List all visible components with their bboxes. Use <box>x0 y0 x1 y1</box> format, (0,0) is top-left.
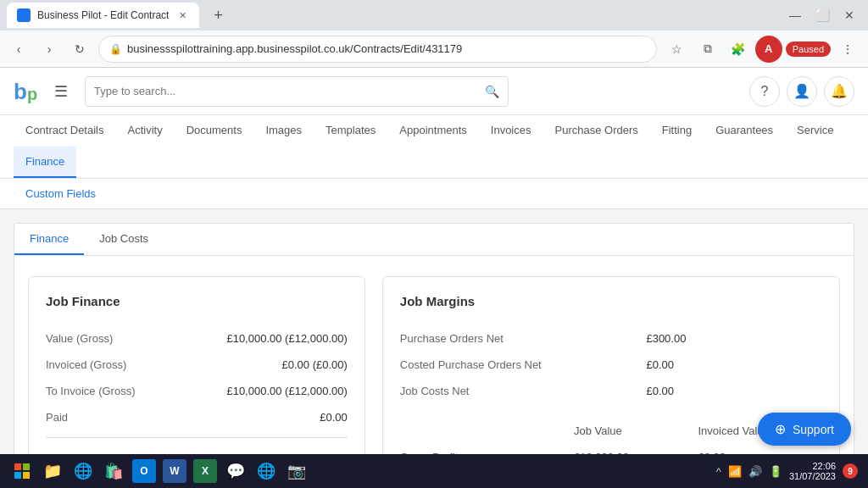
maximize-button[interactable]: ⬜ <box>810 3 834 27</box>
tab-images[interactable]: Images <box>253 115 314 147</box>
extension-button[interactable]: 🧩 <box>725 36 752 63</box>
job-finance-title: Job Finance <box>46 294 348 308</box>
logo-b-text: b <box>14 80 27 103</box>
browser-tab[interactable]: Business Pilot - Edit Contract ✕ <box>7 3 199 28</box>
taskbar-edge-icon[interactable]: 🌐 <box>71 459 95 483</box>
taskbar-explorer-icon[interactable]: 📁 <box>41 459 64 483</box>
clock-time: 22:06 <box>789 461 836 471</box>
invoiced-gross-value: £0.00 (£0.00) <box>281 358 347 371</box>
address-bar[interactable]: 🔒 businessspilottraining.app.businesspil… <box>98 36 657 63</box>
support-label: Support <box>793 423 834 436</box>
to-invoice-gross-value: £10,000.00 (£12,000.00) <box>226 385 347 397</box>
svg-rect-0 <box>19 11 28 19</box>
tab-finance[interactable]: Finance <box>14 147 76 178</box>
to-invoice-gross-label: To Invoice (Gross) <box>46 385 135 397</box>
svg-rect-3 <box>14 472 21 479</box>
costed-po-label: Costed Purchase Orders Net <box>400 358 647 371</box>
invoiced-gross-label: Invoiced (Gross) <box>46 358 126 371</box>
margins-row-costed-po: Costed Purchase Orders Net £0.00 <box>400 352 822 378</box>
support-icon: ⊕ <box>775 421 786 437</box>
taskbar-network-icon[interactable]: 📶 <box>728 465 742 478</box>
nav-tabs: Contract Details Activity Documents Imag… <box>0 115 868 179</box>
taskbar-outlook-icon[interactable]: O <box>132 459 156 483</box>
po-net-value: £300.00 <box>646 332 822 345</box>
tab-fitting[interactable]: Fitting <box>650 115 704 147</box>
finance-row-value: Value (Gross) £10,000.00 (£12,000.00) <box>46 325 348 352</box>
tab-activity[interactable]: Activity <box>115 115 174 147</box>
tab-service[interactable]: Service <box>785 115 845 147</box>
taskbar-time: 22:06 31/07/2023 <box>789 461 836 481</box>
cards-row: Job Finance Value (Gross) £10,000.00 (£1… <box>28 276 840 454</box>
taskbar-chrome-icon[interactable]: 🌐 <box>254 459 278 483</box>
taskbar-sound-icon[interactable]: 🔊 <box>748 465 762 478</box>
tab-templates[interactable]: Templates <box>314 115 387 147</box>
support-button[interactable]: ⊕ Support <box>758 413 851 446</box>
user-button[interactable]: 👤 <box>787 76 817 107</box>
taskbar-excel-icon[interactable]: X <box>193 459 217 483</box>
svg-rect-4 <box>23 472 30 479</box>
clock-date: 31/07/2023 <box>789 471 836 481</box>
taskbar-store-icon[interactable]: 🛍️ <box>102 459 125 483</box>
minimize-button[interactable]: — <box>783 3 807 27</box>
sub-tab-job-costs[interactable]: Job Costs <box>84 224 164 255</box>
tab-favicon <box>17 8 31 22</box>
search-input[interactable] <box>94 85 478 97</box>
app-logo: b p <box>14 80 37 103</box>
notification-badge[interactable]: 9 <box>843 463 858 479</box>
profile-button[interactable]: A <box>755 36 782 63</box>
margins-row-job-costs: Job Costs Net £0.00 <box>400 378 822 404</box>
reload-button[interactable]: ↻ <box>68 37 92 61</box>
tab-appointments[interactable]: Appointments <box>387 115 479 147</box>
taskbar-app-icon[interactable]: 📷 <box>285 459 309 483</box>
search-bar[interactable]: 🔍 <box>85 76 509 107</box>
taskbar: 📁 🌐 🛍️ O W X 💬 🌐 📷 ^ 📶 🔊 🔋 22:06 31/07/2… <box>0 454 868 488</box>
paid-label: Paid <box>46 411 68 424</box>
logo-p-text: p <box>27 86 37 103</box>
margins-row-gross-profit: Gross Profit £10,000.00 £0.00 <box>400 444 822 454</box>
svg-rect-2 <box>23 463 30 470</box>
taskbar-word-icon[interactable]: W <box>163 459 186 483</box>
start-button[interactable] <box>10 459 34 483</box>
notification-button[interactable]: 🔔 <box>824 76 854 107</box>
bookmark-button[interactable]: ☆ <box>664 36 691 63</box>
forward-button[interactable]: › <box>37 37 61 61</box>
close-tab-button[interactable]: ✕ <box>175 8 189 22</box>
sub-tab-finance[interactable]: Finance <box>14 224 84 255</box>
tab-contract-details[interactable]: Contract Details <box>14 115 115 147</box>
tab-invoices[interactable]: Invoices <box>479 115 543 147</box>
taskbar-teams-icon[interactable]: 💬 <box>224 459 248 483</box>
job-finance-card: Job Finance Value (Gross) £10,000.00 (£1… <box>28 276 365 454</box>
menu-button[interactable]: ⋮ <box>834 36 861 63</box>
lock-icon: 🔒 <box>109 43 122 55</box>
margins-row-po-net: Purchase Orders Net £300.00 <box>400 325 822 352</box>
new-tab-button[interactable]: + <box>206 3 230 27</box>
tab-guarantees[interactable]: Guarantees <box>704 115 785 147</box>
col-job-value: Job Value <box>574 424 698 437</box>
close-button[interactable]: ✕ <box>837 3 861 27</box>
taskbar-left: 📁 🌐 🛍️ O W X 💬 🌐 📷 <box>10 459 309 483</box>
paid-value: £0.00 <box>320 411 348 424</box>
taskbar-battery-icon[interactable]: 🔋 <box>769 465 782 478</box>
job-costs-label: Job Costs Net <box>400 385 647 397</box>
help-button[interactable]: ? <box>749 76 780 107</box>
main-content: Finance Job Costs Job Finance Value (Gro… <box>0 209 868 454</box>
finance-row-invoiced: Invoiced (Gross) £0.00 (£0.00) <box>46 352 348 378</box>
sub-tabs: Finance Job Costs <box>14 223 854 255</box>
value-gross-value: £10,000.00 (£12,000.00) <box>226 332 347 345</box>
custom-fields-link[interactable]: Custom Fields <box>14 182 108 205</box>
tab-purchase-orders[interactable]: Purchase Orders <box>543 115 650 147</box>
costed-po-value: £0.00 <box>646 358 822 371</box>
tab-documents[interactable]: Documents <box>175 115 254 147</box>
hamburger-menu[interactable]: ☰ <box>51 79 71 104</box>
search-icon[interactable]: 🔍 <box>485 85 499 98</box>
finance-row-paid: Paid £0.00 <box>46 404 348 430</box>
svg-rect-1 <box>14 463 21 470</box>
url-text: businessspilottraining.app.businesspilot… <box>127 42 462 55</box>
back-button[interactable]: ‹ <box>7 37 31 61</box>
value-gross-label: Value (Gross) <box>46 332 113 345</box>
paused-badge[interactable]: Paused <box>786 42 831 57</box>
job-costs-value: £0.00 <box>646 385 822 397</box>
taskbar-chevron-icon[interactable]: ^ <box>716 465 721 478</box>
tab-search-button[interactable]: ⧉ <box>694 36 721 63</box>
finance-row-to-invoice: To Invoice (Gross) £10,000.00 (£12,000.0… <box>46 378 348 404</box>
